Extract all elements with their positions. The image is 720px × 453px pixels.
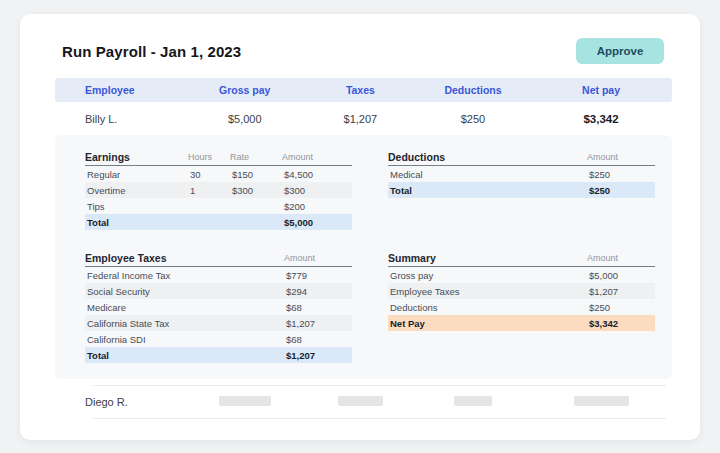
row-divider bbox=[93, 418, 666, 419]
payroll-table: Employee Gross pay Taxes Deductions Net … bbox=[20, 78, 700, 419]
employee-name: Billy L. bbox=[55, 113, 185, 125]
placeholder-cell bbox=[305, 396, 416, 408]
row-label: Social Security bbox=[85, 286, 284, 297]
earnings-header-row: Earnings Hours Rate Amount bbox=[85, 149, 352, 166]
employee-taxes-amount-header: Amount bbox=[284, 253, 352, 263]
column-header-gross-pay: Gross pay bbox=[185, 84, 305, 96]
row-label: Regular bbox=[85, 169, 188, 180]
employee-taxes-title: Employee Taxes bbox=[85, 252, 284, 264]
row-hours: 1 bbox=[188, 185, 230, 196]
total-label: Total bbox=[85, 217, 188, 228]
row-amount: $779 bbox=[284, 270, 352, 281]
column-header-employee: Employee bbox=[55, 84, 185, 96]
table-header-row: Employee Gross pay Taxes Deductions Net … bbox=[55, 78, 672, 102]
earnings-title: Earnings bbox=[85, 151, 188, 163]
placeholder-cell bbox=[416, 396, 530, 408]
row-amount: $68 bbox=[284, 302, 352, 313]
row-label: Employee Taxes bbox=[388, 286, 587, 297]
tax-row-social-security: Social Security $294 bbox=[85, 283, 352, 299]
deductions-value: $250 bbox=[416, 113, 530, 125]
tax-row-medicare: Medicare $68 bbox=[85, 299, 352, 315]
row-label: California State Tax bbox=[85, 318, 284, 329]
row-amount: $294 bbox=[284, 286, 352, 297]
row-label: Medicare bbox=[85, 302, 284, 313]
deductions-table: Deductions Amount Medical $250 Total $25… bbox=[388, 149, 655, 230]
placeholder-bar bbox=[219, 396, 271, 406]
column-header-deductions: Deductions bbox=[416, 84, 530, 96]
row-amount: $1,207 bbox=[587, 286, 655, 297]
employee-name: Diego R. bbox=[55, 396, 185, 408]
row-label: Gross pay bbox=[388, 270, 587, 281]
row-amount: $68 bbox=[284, 334, 352, 345]
summary-title: Summary bbox=[388, 252, 587, 264]
total-label: Total bbox=[85, 350, 284, 361]
row-amount: $5,000 bbox=[587, 270, 655, 281]
deductions-total-row: Total $250 bbox=[388, 182, 655, 198]
summary-amount-header: Amount bbox=[587, 253, 655, 263]
earnings-row-tips: Tips $200 bbox=[85, 198, 352, 214]
deductions-header-row: Deductions Amount bbox=[388, 149, 655, 166]
summary-row-employee-taxes: Employee Taxes $1,207 bbox=[388, 283, 655, 299]
billy-detail-panel: Earnings Hours Rate Amount Regular 30 $1… bbox=[55, 135, 672, 379]
row-amount: $4,500 bbox=[282, 169, 352, 180]
row-hours: 30 bbox=[188, 169, 230, 180]
total-amount: $5,000 bbox=[282, 217, 352, 228]
earnings-row-regular: Regular 30 $150 $4,500 bbox=[85, 166, 352, 182]
deductions-title: Deductions bbox=[388, 151, 587, 163]
payroll-card: Run Payroll - Jan 1, 2023 Approve Employ… bbox=[20, 14, 700, 440]
summary-row-gross-pay: Gross pay $5,000 bbox=[388, 267, 655, 283]
row-amount: $200 bbox=[282, 201, 352, 212]
card-header: Run Payroll - Jan 1, 2023 Approve bbox=[20, 14, 700, 78]
earnings-rate-header: Rate bbox=[230, 152, 282, 162]
tax-row-ca-sdi: California SDI $68 bbox=[85, 331, 352, 347]
table-row-billy[interactable]: Billy L. $5,000 $1,207 $250 $3,342 bbox=[55, 102, 672, 135]
row-rate: $150 bbox=[230, 169, 282, 180]
gross-pay-value: $5,000 bbox=[185, 113, 305, 125]
employee-taxes-total-row: Total $1,207 bbox=[85, 347, 352, 363]
total-label: Total bbox=[388, 185, 587, 196]
column-header-net-pay: Net pay bbox=[530, 84, 672, 96]
row-label: Overtime bbox=[85, 185, 188, 196]
deductions-amount-header: Amount bbox=[587, 152, 655, 162]
tax-row-federal: Federal Income Tax $779 bbox=[85, 267, 352, 283]
summary-net-pay-row: Net Pay $3,342 bbox=[388, 315, 655, 331]
total-amount: $1,207 bbox=[284, 350, 352, 361]
earnings-total-row: Total $5,000 bbox=[85, 214, 352, 230]
table-row-diego[interactable]: Diego R. bbox=[55, 386, 672, 418]
earnings-hours-header: Hours bbox=[188, 152, 230, 162]
taxes-value: $1,207 bbox=[305, 113, 416, 125]
tax-row-ca-state-tax: California State Tax $1,207 bbox=[85, 315, 352, 331]
placeholder-cell bbox=[530, 396, 672, 408]
row-label: Medical bbox=[388, 169, 587, 180]
placeholder-bar bbox=[574, 396, 629, 406]
total-label: Net Pay bbox=[388, 318, 587, 329]
approve-button[interactable]: Approve bbox=[576, 38, 664, 64]
placeholder-bar bbox=[338, 396, 383, 406]
total-amount: $250 bbox=[587, 185, 655, 196]
placeholder-bar bbox=[454, 396, 492, 406]
row-amount: $250 bbox=[587, 302, 655, 313]
net-pay-value: $3,342 bbox=[530, 113, 672, 125]
row-amount: $1,207 bbox=[284, 318, 352, 329]
placeholder-cell bbox=[185, 396, 305, 408]
page-title: Run Payroll - Jan 1, 2023 bbox=[62, 43, 241, 60]
earnings-table: Earnings Hours Rate Amount Regular 30 $1… bbox=[85, 149, 352, 230]
row-label: Federal Income Tax bbox=[85, 270, 284, 281]
row-amount: $250 bbox=[587, 169, 655, 180]
row-label: Tips bbox=[85, 201, 188, 212]
employee-taxes-table: Employee Taxes Amount Federal Income Tax… bbox=[85, 250, 352, 363]
deductions-row-medical: Medical $250 bbox=[388, 166, 655, 182]
employee-taxes-header-row: Employee Taxes Amount bbox=[85, 250, 352, 267]
row-label: California SDI bbox=[85, 334, 284, 345]
total-amount: $3,342 bbox=[587, 318, 655, 329]
column-header-taxes: Taxes bbox=[305, 84, 416, 96]
row-amount: $300 bbox=[282, 185, 352, 196]
earnings-amount-header: Amount bbox=[282, 152, 352, 162]
row-rate: $300 bbox=[230, 185, 282, 196]
summary-header-row: Summary Amount bbox=[388, 250, 655, 267]
earnings-row-overtime: Overtime 1 $300 $300 bbox=[85, 182, 352, 198]
summary-table: Summary Amount Gross pay $5,000 Employee… bbox=[388, 250, 655, 363]
row-label: Deductions bbox=[388, 302, 587, 313]
summary-row-deductions: Deductions $250 bbox=[388, 299, 655, 315]
